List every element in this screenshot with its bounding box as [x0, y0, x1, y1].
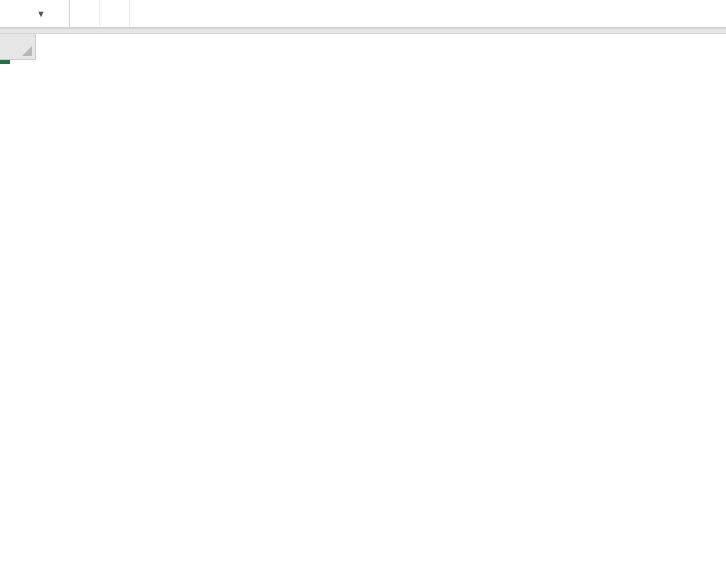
active-cell-highlight	[0, 60, 10, 64]
select-all-corner[interactable]	[0, 34, 36, 60]
chevron-down-icon[interactable]: ▼	[37, 9, 64, 19]
confirm-icon[interactable]	[100, 0, 130, 27]
fx-buttons	[70, 0, 150, 27]
cancel-icon[interactable]	[70, 0, 100, 27]
name-box[interactable]: ▼	[0, 0, 70, 27]
formula-bar: ▼	[0, 0, 726, 28]
column-headers	[36, 34, 726, 60]
spreadsheet-grid[interactable]	[0, 34, 726, 60]
